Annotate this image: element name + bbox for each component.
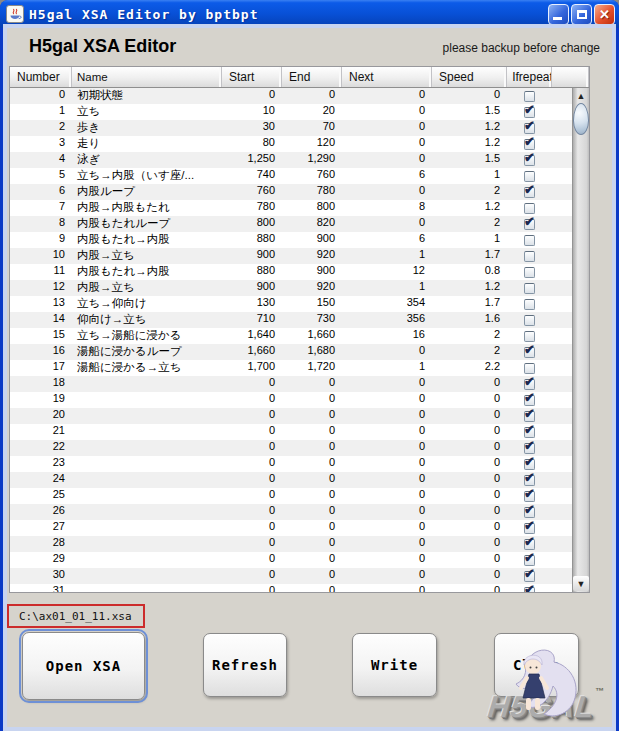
table-row[interactable]: 240000✔ xyxy=(10,472,572,488)
ifrepeat-checkbox[interactable]: ✔ xyxy=(524,155,535,166)
cell-number: 16 xyxy=(10,344,72,360)
ifrepeat-checkbox[interactable] xyxy=(524,203,535,214)
ifrepeat-checkbox[interactable]: ✔ xyxy=(524,555,535,566)
table-row[interactable]: 15立ち→湯船に浸かる1,6401,660162 xyxy=(10,328,572,344)
column-header-number[interactable]: Number xyxy=(10,67,72,87)
cell-start: 10 xyxy=(222,104,282,120)
ifrepeat-checkbox[interactable] xyxy=(524,235,535,246)
ifrepeat-checkbox[interactable]: ✔ xyxy=(524,139,535,150)
ifrepeat-checkbox[interactable]: ✔ xyxy=(524,395,535,406)
column-header-name[interactable]: Name xyxy=(72,67,222,87)
ifrepeat-checkbox[interactable] xyxy=(524,283,535,294)
write-button[interactable]: Write xyxy=(352,633,437,697)
cell-number: 25 xyxy=(10,488,72,504)
minimize-button[interactable] xyxy=(548,4,569,25)
column-header-speed[interactable]: Speed xyxy=(432,67,507,87)
ifrepeat-checkbox[interactable] xyxy=(524,91,535,102)
column-header-end[interactable]: End xyxy=(282,67,342,87)
table-row[interactable]: 190000✔ xyxy=(10,392,572,408)
column-header-start[interactable]: Start xyxy=(222,67,282,87)
ifrepeat-checkbox[interactable]: ✔ xyxy=(524,411,535,422)
column-header-next[interactable]: Next xyxy=(342,67,432,87)
ifrepeat-checkbox[interactable]: ✔ xyxy=(524,475,535,486)
ifrepeat-checkbox[interactable] xyxy=(524,363,535,374)
ifrepeat-checkbox[interactable] xyxy=(524,315,535,326)
ifrepeat-checkbox[interactable]: ✔ xyxy=(524,523,535,534)
ifrepeat-checkbox[interactable]: ✔ xyxy=(524,507,535,518)
table-row[interactable]: 210000✔ xyxy=(10,424,572,440)
ifrepeat-checkbox[interactable]: ✔ xyxy=(524,443,535,454)
table-row[interactable]: 180000✔ xyxy=(10,376,572,392)
ifrepeat-checkbox[interactable]: ✔ xyxy=(524,539,535,550)
maximize-button[interactable] xyxy=(571,4,592,25)
table-row[interactable]: 220000✔ xyxy=(10,440,572,456)
table-row[interactable]: 3走り8012001.2✔ xyxy=(10,136,572,152)
ifrepeat-checkbox[interactable]: ✔ xyxy=(524,123,535,134)
column-header-ifrepeat[interactable]: Ifrepeat xyxy=(507,67,552,87)
close-window-button[interactable]: ✕ xyxy=(594,4,615,25)
refresh-button[interactable]: Refresh xyxy=(203,633,287,697)
table-row[interactable]: 310000✔ xyxy=(10,584,572,592)
cell-end: 0 xyxy=(282,552,342,568)
table-row[interactable]: 280000✔ xyxy=(10,536,572,552)
vertical-scrollbar[interactable]: ▲ ▼ xyxy=(572,88,589,592)
ifrepeat-checkbox[interactable] xyxy=(524,251,535,262)
ifrepeat-checkbox[interactable] xyxy=(524,331,535,342)
ifrepeat-checkbox[interactable]: ✔ xyxy=(524,459,535,470)
cell-next: 354 xyxy=(342,296,432,312)
ifrepeat-checkbox[interactable]: ✔ xyxy=(524,491,535,502)
cell-number: 0 xyxy=(10,88,72,104)
cell-filler xyxy=(552,296,572,312)
cell-start: 0 xyxy=(222,536,282,552)
table-row[interactable]: 14仰向け→立ち7107303561.6 xyxy=(10,312,572,328)
open-xsa-button[interactable]: Open XSA xyxy=(22,632,145,700)
table-row[interactable]: 17湯船に浸かる→立ち1,7001,72012.2 xyxy=(10,360,572,376)
table-row[interactable]: 10内股→立ち90092011.7 xyxy=(10,248,572,264)
ifrepeat-checkbox[interactable]: ✔ xyxy=(524,571,535,582)
table-row[interactable]: 230000✔ xyxy=(10,456,572,472)
table-row[interactable]: 300000✔ xyxy=(10,568,572,584)
table-row[interactable]: 270000✔ xyxy=(10,520,572,536)
ifrepeat-checkbox[interactable] xyxy=(524,171,535,182)
ifrepeat-checkbox[interactable]: ✔ xyxy=(524,427,535,438)
ifrepeat-checkbox[interactable]: ✔ xyxy=(524,347,535,358)
table-row[interactable]: 290000✔ xyxy=(10,552,572,568)
cell-end: 120 xyxy=(282,136,342,152)
cell-filler xyxy=(552,328,572,344)
table-row[interactable]: 11内股もたれ→内股880900120.8 xyxy=(10,264,572,280)
table-row[interactable]: 1立ち102001.5✔ xyxy=(10,104,572,120)
ifrepeat-checkbox[interactable]: ✔ xyxy=(524,587,535,593)
table-row[interactable]: 250000✔ xyxy=(10,488,572,504)
table-row[interactable]: 9内股もたれ→内股88090061 xyxy=(10,232,572,248)
table-row[interactable]: 16湯船に浸かるループ1,6601,68002✔ xyxy=(10,344,572,360)
scroll-up-icon[interactable]: ▲ xyxy=(573,89,589,102)
ifrepeat-checkbox[interactable]: ✔ xyxy=(524,379,535,390)
scrollbar-thumb[interactable] xyxy=(573,103,589,135)
table-row[interactable]: 260000✔ xyxy=(10,504,572,520)
cell-name: 泳ぎ xyxy=(72,152,222,168)
cell-next: 0 xyxy=(342,504,432,520)
titlebar[interactable]: H5gal XSA Editor by bptbpt ✕ xyxy=(0,0,619,28)
page-title: H5gal XSA Editor xyxy=(29,36,176,57)
table-row[interactable]: 6内股ループ76078002✔ xyxy=(10,184,572,200)
ifrepeat-checkbox[interactable]: ✔ xyxy=(524,107,535,118)
table-row[interactable]: 12内股→立ち90092011.2 xyxy=(10,280,572,296)
cell-start: 0 xyxy=(222,376,282,392)
table-row[interactable]: 4泳ぎ1,2501,29001.5✔ xyxy=(10,152,572,168)
table-row[interactable]: 8内股もたれループ80082002✔ xyxy=(10,216,572,232)
ifrepeat-checkbox[interactable] xyxy=(524,267,535,278)
table-row[interactable]: 13立ち→仰向け1301503541.7 xyxy=(10,296,572,312)
table-row[interactable]: 7内股→内股もたれ78080081.2 xyxy=(10,200,572,216)
scroll-down-icon[interactable]: ▼ xyxy=(573,576,589,591)
table-row[interactable]: 0初期状態0000 xyxy=(10,88,572,104)
ifrepeat-checkbox[interactable] xyxy=(524,299,535,310)
cell-speed: 1.7 xyxy=(432,296,507,312)
ifrepeat-checkbox[interactable]: ✔ xyxy=(524,187,535,198)
table-row[interactable]: 200000✔ xyxy=(10,408,572,424)
table-body: 0初期状態00001立ち102001.5✔2歩き307001.2✔3走り8012… xyxy=(10,88,572,592)
table-row[interactable]: 5立ち→内股（いす座/...74076061 xyxy=(10,168,572,184)
table-row[interactable]: 2歩き307001.2✔ xyxy=(10,120,572,136)
ifrepeat-checkbox[interactable]: ✔ xyxy=(524,219,535,230)
cell-start: 0 xyxy=(222,456,282,472)
cell-next: 0 xyxy=(342,136,432,152)
